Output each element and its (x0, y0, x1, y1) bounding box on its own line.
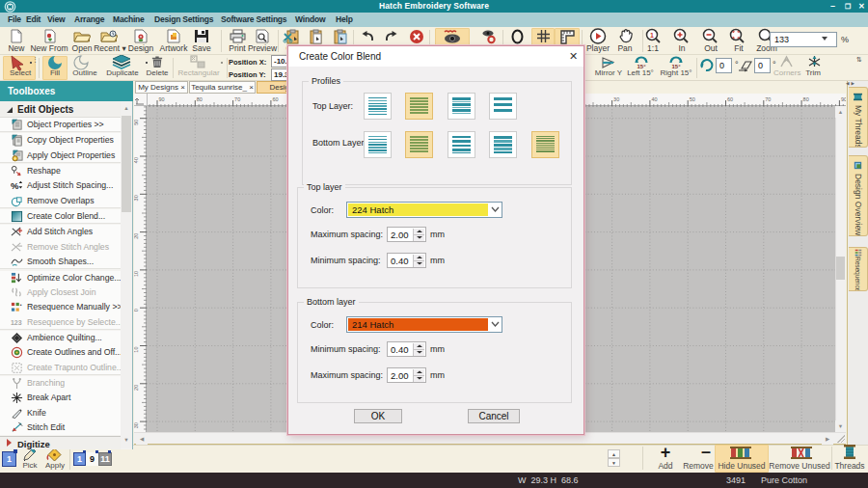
svg-text:60: 60 (272, 96, 278, 102)
svg-text:10: 10 (134, 271, 139, 277)
svg-text:30: 30 (134, 195, 139, 201)
svg-text:30: 30 (134, 422, 139, 428)
svg-text:0: 0 (134, 309, 139, 312)
svg-text:40: 40 (651, 96, 657, 102)
svg-text:50: 50 (690, 96, 695, 102)
svg-text:20: 20 (134, 385, 139, 391)
svg-text:10: 10 (134, 347, 139, 353)
svg-text:123: 123 (11, 318, 22, 325)
svg-text:40: 40 (134, 157, 139, 163)
svg-text:90: 90 (841, 96, 846, 102)
svg-text:80: 80 (197, 96, 203, 102)
svg-text:1: 1 (650, 32, 654, 39)
svg-text:15°: 15° (671, 64, 681, 69)
svg-text:80: 80 (803, 96, 809, 102)
svg-text:50: 50 (134, 120, 139, 125)
svg-text:70: 70 (234, 96, 240, 102)
svg-text:90: 90 (159, 96, 165, 102)
svg-text:•: • (20, 302, 22, 308)
svg-text:70: 70 (765, 96, 771, 102)
svg-text:15°: 15° (637, 64, 646, 69)
svg-text:20: 20 (134, 233, 139, 239)
svg-text:60: 60 (727, 96, 733, 102)
svg-text:%: % (11, 180, 19, 191)
svg-text:30: 30 (613, 96, 619, 102)
